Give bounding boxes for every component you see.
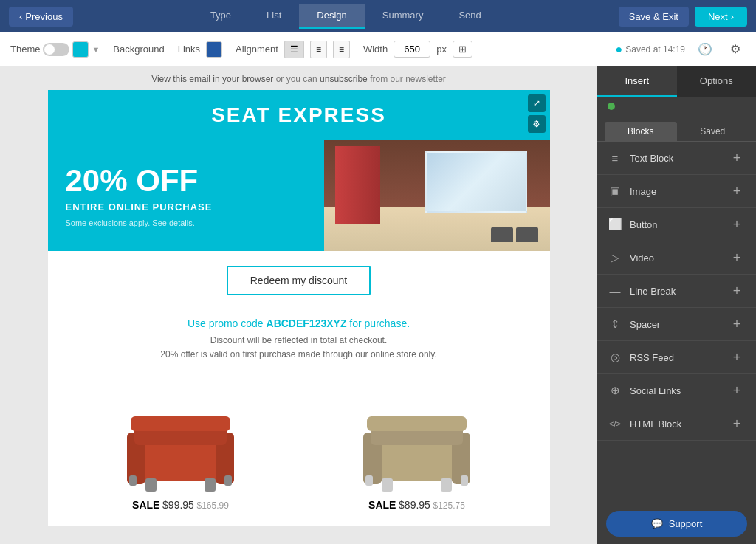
align-left-button[interactable]: ☰ xyxy=(284,41,304,58)
header-block-controls: ⤢ ⚙ xyxy=(528,94,546,133)
product2-price-new: $89.95 xyxy=(399,499,430,511)
rss-block-icon: ◎ xyxy=(608,351,622,364)
promo-note: Some exclusions apply. See details. xyxy=(66,218,306,227)
block-item-spacer-left: ⇕ Spacer xyxy=(608,317,660,331)
video-block-add-button[interactable]: + xyxy=(728,249,746,266)
product-image-2 xyxy=(358,388,476,492)
theme-dropdown-icon[interactable]: ▼ xyxy=(92,45,100,54)
block-item-video[interactable]: ▷ Video + xyxy=(597,241,756,275)
nav-steps: Type List Design Summary Send xyxy=(193,4,499,29)
align-center-button[interactable]: ≡ xyxy=(310,41,327,58)
rss-block-add-button[interactable]: + xyxy=(728,348,746,366)
button-block-add-button[interactable]: + xyxy=(728,216,746,233)
svg-rect-14 xyxy=(382,478,393,492)
top-nav-left: Previous xyxy=(9,7,73,27)
text-block-add-button[interactable]: + xyxy=(728,149,746,167)
video-block-icon: ▷ xyxy=(608,251,622,264)
social-block-add-button[interactable]: + xyxy=(728,382,746,399)
prev-button[interactable]: Previous xyxy=(9,7,73,27)
html-block-add-button[interactable]: + xyxy=(728,415,746,433)
chair-beige-svg xyxy=(360,396,474,492)
sidebar-tabs: Insert Options xyxy=(597,66,756,97)
block-item-spacer[interactable]: ⇕ Spacer + xyxy=(597,308,756,341)
product2-price-old: $125.75 xyxy=(433,500,465,511)
sub-tab-saved[interactable]: Saved xyxy=(677,122,749,141)
promo-code-prefix: Use promo code xyxy=(188,317,267,329)
product1-sale: SALE xyxy=(132,499,159,511)
blocks-list: ≡ Text Block + ▣ Image + ⬜ Button + xyxy=(597,142,756,503)
cta-section: Redeem my discount xyxy=(48,251,550,310)
product1-price-new: $99.95 xyxy=(162,499,194,511)
status-row xyxy=(597,97,756,116)
promo-subtitle: ENTIRE ONLINE PURCHASE xyxy=(66,202,306,213)
block-item-video-left: ▷ Video xyxy=(608,251,654,264)
status-dot xyxy=(608,103,615,110)
block-item-rss[interactable]: ◎ RSS Feed + xyxy=(597,341,756,374)
header-move-button[interactable]: ⤢ xyxy=(528,94,546,112)
cta-button[interactable]: Redeem my discount xyxy=(227,266,371,295)
links-label: Links xyxy=(178,44,200,55)
block-item-text-left: ≡ Text Block xyxy=(608,152,673,165)
svg-rect-17 xyxy=(461,475,468,486)
history-button[interactable]: 🕐 xyxy=(693,40,718,58)
mini-chair-1 xyxy=(491,227,513,242)
block-item-html[interactable]: </> HTML Block + xyxy=(597,407,756,441)
promo-text-section: 20% OFF ENTIRE ONLINE PURCHASE Some excl… xyxy=(48,140,324,251)
product-item-2[interactable]: SALE $89.95 $125.75 xyxy=(299,388,535,511)
spacer-block-icon: ⇕ xyxy=(608,317,622,331)
email-canvas[interactable]: View this email in your browser or you c… xyxy=(0,66,597,544)
theme-group: Theme ▼ xyxy=(10,41,100,58)
nav-step-design[interactable]: Design xyxy=(299,4,364,29)
promo-code-suffix: for purchase. xyxy=(349,317,410,329)
unsubscribe-link[interactable]: unsubscribe xyxy=(320,74,368,84)
alignment-label: Alignment xyxy=(236,44,278,55)
spacer-block-add-button[interactable]: + xyxy=(728,315,746,333)
width-input[interactable] xyxy=(394,41,430,58)
product-item-1[interactable]: SALE $99.95 $165.99 xyxy=(63,388,299,511)
promo-banner-block[interactable]: 20% OFF ENTIRE ONLINE PURCHASE Some excl… xyxy=(48,140,550,251)
theme-color-swatch[interactable] xyxy=(72,41,89,58)
theme-toggle[interactable] xyxy=(43,43,69,56)
sub-tab-blocks[interactable]: Blocks xyxy=(605,122,677,141)
promo-image xyxy=(324,140,550,251)
tab-insert[interactable]: Insert xyxy=(597,66,677,97)
block-item-linebreak-left: — Line Break xyxy=(608,285,676,297)
nav-step-type[interactable]: Type xyxy=(193,4,249,29)
linebreak-block-add-button[interactable]: + xyxy=(728,282,746,300)
header-settings-button[interactable]: ⚙ xyxy=(528,115,546,133)
saved-icon: ● xyxy=(616,43,623,56)
svg-rect-9 xyxy=(371,440,463,481)
text-block-label: Text Block xyxy=(630,153,673,164)
promo-code-bold: ABCDEF123XYZ xyxy=(267,317,347,329)
view-browser-link[interactable]: View this email in your browser xyxy=(151,74,273,84)
email-header-title: SEAT EXPRESS xyxy=(211,103,386,127)
spacer-block-label: Spacer xyxy=(630,319,660,330)
save-exit-button[interactable]: Save & Exit xyxy=(619,7,689,27)
nav-step-send[interactable]: Send xyxy=(441,4,498,29)
block-item-social[interactable]: ⊕ Social Links + xyxy=(597,374,756,407)
support-button[interactable]: 💬 Support xyxy=(606,511,747,537)
tab-options[interactable]: Options xyxy=(677,66,757,97)
next-button[interactable]: Next xyxy=(695,7,747,27)
lobby-window xyxy=(425,151,527,213)
browser-bar-or: or you can xyxy=(276,74,320,84)
block-item-linebreak[interactable]: — Line Break + xyxy=(597,275,756,308)
block-item-button[interactable]: ⬜ Button + xyxy=(597,208,756,241)
links-color-swatch[interactable] xyxy=(206,41,222,58)
toolbar: Theme ▼ Background Links Alignment ☰ ≡ ≡… xyxy=(0,32,756,66)
block-item-social-left: ⊕ Social Links xyxy=(608,384,681,397)
settings-button[interactable]: ⚙ xyxy=(725,40,746,58)
svg-rect-15 xyxy=(441,478,452,492)
block-item-image[interactable]: ▣ Image + xyxy=(597,175,756,208)
email-header-block[interactable]: SEAT EXPRESS ⤢ ⚙ xyxy=(48,90,550,140)
product-image-1 xyxy=(122,388,240,492)
align-right-button[interactable]: ≡ xyxy=(333,41,350,58)
block-item-text[interactable]: ≡ Text Block + xyxy=(597,142,756,175)
width-expand-button[interactable]: ⊞ xyxy=(453,41,472,58)
nav-step-summary[interactable]: Summary xyxy=(365,4,441,29)
nav-step-list[interactable]: List xyxy=(249,4,299,29)
discount-info: Discount will be reflected in total at c… xyxy=(63,334,535,362)
svg-rect-13 xyxy=(367,416,467,431)
image-block-icon: ▣ xyxy=(608,185,622,198)
image-block-add-button[interactable]: + xyxy=(728,182,746,200)
